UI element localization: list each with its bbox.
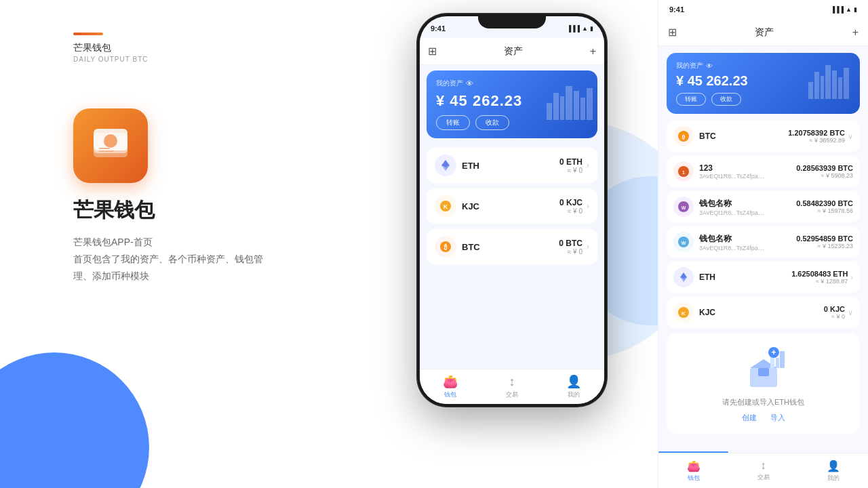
right-transfer-button[interactable]: 转账 <box>676 93 706 106</box>
right-123-icon: 1 <box>673 161 694 182</box>
right-wallet2-icon: W <box>673 232 694 252</box>
right-receive-button[interactable]: 收款 <box>711 93 741 106</box>
coin-item-btc[interactable]: ₿ BTC 0 BTC ≈ ¥ 0 › <box>427 229 597 264</box>
svg-rect-8 <box>560 96 564 120</box>
brand-sub: DAILY OUTPUT BTC <box>73 56 148 63</box>
svg-rect-12 <box>587 88 593 120</box>
right-coin-eth[interactable]: ETH 1.62508483 ETH ≈ ¥ 1288.87 › <box>667 262 860 293</box>
svg-rect-4 <box>99 148 110 149</box>
eth-box-icon: + <box>677 344 849 394</box>
eth-arrow: › <box>587 161 589 170</box>
right-statusbar: 9:41 ▐▐▐ ▲ ▮ <box>658 0 868 19</box>
right-tab-wallet[interactable]: 👛 钱包 <box>658 453 728 488</box>
wallet-tab-icon: 👛 <box>443 374 458 389</box>
app-icon <box>73 108 148 183</box>
app-icon-wrapper <box>73 108 148 183</box>
btc-balance: 0 BTC ≈ ¥ 0 <box>559 239 583 256</box>
right-wallet1-info: 钱包名称 3AvEQt1R8...TsZ4fpaRQ <box>699 198 796 216</box>
coin-item-kjc[interactable]: K KJC 0 KJC ≈ ¥ 0 › <box>427 188 597 224</box>
right-coin-123[interactable]: 1 123 3AvEQt1R8...TsZ4fpaRQ 0.28563939 B… <box>667 156 860 187</box>
right-kjc-icon: K <box>673 302 694 323</box>
right-coin-btc[interactable]: ₿ BTC 1.20758392 BTC ≈ ¥ 36592.89 ∨ <box>667 121 860 152</box>
right-signal-icon: ▐▐▐ <box>831 6 844 13</box>
svg-rect-9 <box>566 86 572 120</box>
right-wallet-tab-icon: 👛 <box>687 460 701 472</box>
tab-mine[interactable]: 👤 我的 <box>542 369 604 404</box>
wifi-icon: ▲ <box>582 25 588 32</box>
kjc-icon: K <box>435 195 456 217</box>
kjc-balance: 0 KJC ≈ ¥ 0 <box>559 198 583 215</box>
phone-content: 我的资产 👁 ¥ 45 262.23 转账 收款 <box>420 65 604 371</box>
phone-device: 9:41 ▐▐▐ ▲ ▮ ⊞ 资产 + 我的资产 👁 <box>417 14 607 407</box>
eth-placeholder-links: 创建 导入 <box>677 413 849 423</box>
svg-rect-6 <box>547 103 552 120</box>
right-btc-icon: ₿ <box>673 126 694 146</box>
brand-name: 芒果钱包 <box>73 42 111 54</box>
right-trade-tab-icon: ↕ <box>761 460 766 472</box>
right-kjc-arrow: ∨ <box>848 308 853 317</box>
tab-trade[interactable]: ↕ 交易 <box>481 369 543 404</box>
phone-screen: 9:41 ▐▐▐ ▲ ▮ ⊞ 资产 + 我的资产 👁 <box>420 16 604 404</box>
btc-icon: ₿ <box>435 236 456 258</box>
receive-button[interactable]: 收款 <box>475 115 509 130</box>
svg-rect-26 <box>844 68 849 99</box>
btc-arrow: › <box>587 242 589 251</box>
right-asset-card: 我的资产 👁 ¥ 45 262.23 转账 收款 <box>667 53 860 114</box>
eth-balance: 0 ETH ≈ ¥ 0 <box>559 157 583 174</box>
svg-rect-25 <box>838 77 842 99</box>
phone-nav-title: 资产 <box>504 45 523 58</box>
right-eye-icon[interactable]: 👁 <box>706 62 713 70</box>
tab-active-indicator <box>658 451 728 453</box>
right-battery-icon: ▮ <box>854 6 857 13</box>
right-time: 9:41 <box>669 5 684 14</box>
right-kjc-balance: 0 KJC ≈ ¥ 0 <box>824 305 845 320</box>
svg-text:W: W <box>682 241 686 245</box>
grid-icon[interactable]: ⊞ <box>428 45 437 58</box>
right-coin-wallet2[interactable]: W 钱包名称 3AvEQt1R8...TsZ4fpaRQ 0.52954859 … <box>667 226 860 258</box>
tab-wallet[interactable]: 👛 钱包 <box>420 369 481 404</box>
right-tab-trade[interactable]: ↕ 交易 <box>728 453 798 488</box>
right-tab-mine[interactable]: 👤 我的 <box>798 453 868 488</box>
eth-import-link[interactable]: 导入 <box>770 413 785 423</box>
right-eth-info: ETH <box>699 272 791 282</box>
svg-text:1: 1 <box>682 170 685 175</box>
eth-name: ETH <box>462 161 479 171</box>
coin-list: ETH 0 ETH ≈ ¥ 0 › K KJC <box>420 144 604 274</box>
right-wifi-icon: ▲ <box>846 6 852 13</box>
right-wallet1-balance: 0.58482390 BTC ≈ ¥ 15978.56 <box>796 199 853 214</box>
right-coin-wallet1[interactable]: W 钱包名称 3AvEQt1R8...TsZ4fpaRQ 0.58482390 … <box>667 191 860 222</box>
app-title: 芒果钱包 <box>73 197 155 224</box>
kjc-name: KJC <box>462 201 479 211</box>
svg-rect-45 <box>780 351 785 368</box>
right-wallet1-icon: W <box>673 197 694 217</box>
svg-rect-10 <box>574 91 579 120</box>
right-coin-list: ₿ BTC 1.20758392 BTC ≈ ¥ 36592.89 ∨ 1 12… <box>658 121 868 328</box>
accent-line <box>73 33 103 35</box>
trade-tab-icon: ↕ <box>509 375 515 389</box>
svg-text:K: K <box>682 310 686 317</box>
phone-time: 9:41 <box>431 24 446 33</box>
right-coin-kjc[interactable]: K KJC 0 KJC ≈ ¥ 0 ∨ <box>667 297 860 328</box>
svg-rect-21 <box>814 72 819 99</box>
bg-circle-bottom <box>0 352 149 488</box>
eth-placeholder-text: 请先创建或导入ETH钱包 <box>677 397 849 407</box>
right-navbar: ⊞ 资产 + <box>658 19 868 46</box>
svg-text:+: + <box>771 348 776 357</box>
eye-icon[interactable]: 👁 <box>466 79 473 87</box>
right-eth-arrow: › <box>850 273 853 281</box>
svg-rect-22 <box>821 76 824 99</box>
right-add-icon[interactable]: + <box>852 26 859 39</box>
eth-create-link[interactable]: 创建 <box>742 413 757 423</box>
right-nav-title: 资产 <box>755 26 774 39</box>
coin-item-eth[interactable]: ETH 0 ETH ≈ ¥ 0 › <box>427 148 597 183</box>
right-wallet2-balance: 0.52954859 BTC ≈ ¥ 15235.23 <box>796 235 853 249</box>
add-icon[interactable]: + <box>590 45 596 58</box>
signal-icon: ▐▐▐ <box>567 25 580 32</box>
btc-name: BTC <box>462 242 480 252</box>
right-grid-icon[interactable]: ⊞ <box>668 26 677 39</box>
svg-rect-44 <box>776 358 779 368</box>
svg-text:W: W <box>682 205 686 210</box>
transfer-button[interactable]: 转账 <box>436 115 470 130</box>
phone-navbar: ⊞ 资产 + <box>420 38 604 65</box>
right-123-balance: 0.28563939 BTC ≈ ¥ 5908.23 <box>796 164 853 179</box>
